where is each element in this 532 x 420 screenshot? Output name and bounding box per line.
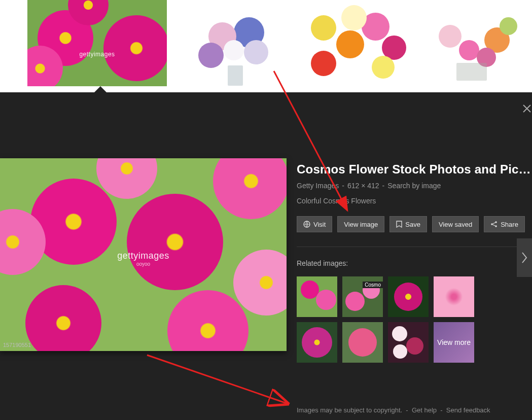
thumbnail-row: gettyimages	[0, 0, 532, 92]
gi-watermark: gettyimages	[79, 51, 115, 58]
thumbnail-1[interactable]: gettyimages	[27, 0, 167, 86]
get-help-link[interactable]: Get help	[412, 406, 437, 414]
thumbnail-3[interactable]	[306, 0, 412, 86]
thumbnail-2[interactable]	[173, 0, 300, 86]
view-image-button[interactable]: View image	[337, 216, 384, 232]
related-thumb-2[interactable]: Cosmo	[342, 276, 383, 317]
related-thumb-7[interactable]	[388, 322, 429, 363]
save-label: Save	[405, 221, 420, 228]
image-id-label: 157190551	[3, 342, 31, 348]
related-thumb-4[interactable]	[434, 276, 474, 317]
related-thumb-3[interactable]	[388, 276, 429, 317]
svg-point-1	[495, 221, 497, 223]
related-header: Related images:	[297, 259, 531, 267]
chevron-right-icon	[521, 252, 528, 264]
visit-label: Visit	[313, 221, 326, 228]
view-saved-button[interactable]: View saved	[432, 216, 479, 232]
watermark-sub: ooyoo	[117, 261, 169, 267]
next-arrow[interactable]	[517, 238, 532, 277]
thumbnail-4[interactable]	[418, 0, 530, 86]
detail-panel: gettyimages ooyoo 157190551 Cosmos Flowe…	[0, 92, 532, 420]
footer-row: Images may be subject to copyright. - Ge…	[297, 406, 490, 414]
action-buttons: Visit View image Save View saved Share	[297, 216, 531, 232]
related-thumb-6[interactable]	[342, 322, 383, 363]
view-more-button[interactable]: View more	[434, 322, 474, 363]
dimensions-text: 612 × 412	[347, 182, 379, 190]
watermark-main: gettyimages	[117, 251, 169, 261]
related-thumb-1[interactable]	[297, 276, 337, 317]
view-saved-label: View saved	[439, 221, 472, 228]
share-icon	[490, 221, 498, 228]
image-description: Colorful Cosmos Flowers	[297, 197, 531, 205]
main-preview-image[interactable]: gettyimages ooyoo 157190551	[0, 158, 287, 351]
selected-caret	[94, 86, 107, 92]
section-divider	[297, 247, 531, 247]
svg-point-3	[495, 225, 497, 227]
share-button[interactable]: Share	[484, 216, 525, 232]
image-title: Cosmos Flower Stock Photos and Pic…	[297, 162, 531, 177]
related-grid: Cosmo View more	[297, 276, 531, 363]
view-more-label: View more	[437, 338, 471, 347]
share-label: Share	[501, 221, 518, 228]
svg-point-2	[491, 223, 493, 225]
save-button[interactable]: Save	[389, 216, 427, 232]
bookmark-icon	[396, 221, 402, 228]
close-icon[interactable]	[522, 103, 532, 116]
info-pane: Cosmos Flower Stock Photos and Pic… Gett…	[287, 92, 532, 420]
search-by-image-link[interactable]: Search by image	[387, 182, 441, 190]
image-meta: Getty Images-612 × 412-Search by image	[297, 182, 531, 190]
view-image-label: View image	[344, 221, 378, 228]
preview-pane: gettyimages ooyoo 157190551	[0, 92, 287, 420]
source-link[interactable]: Getty Images	[297, 182, 339, 190]
visit-button[interactable]: Visit	[297, 216, 332, 232]
globe-icon	[303, 221, 310, 228]
related-thumb-5[interactable]	[297, 322, 337, 363]
send-feedback-link[interactable]: Send feedback	[446, 406, 490, 414]
copyright-text: Images may be subject to copyright.	[297, 406, 402, 414]
